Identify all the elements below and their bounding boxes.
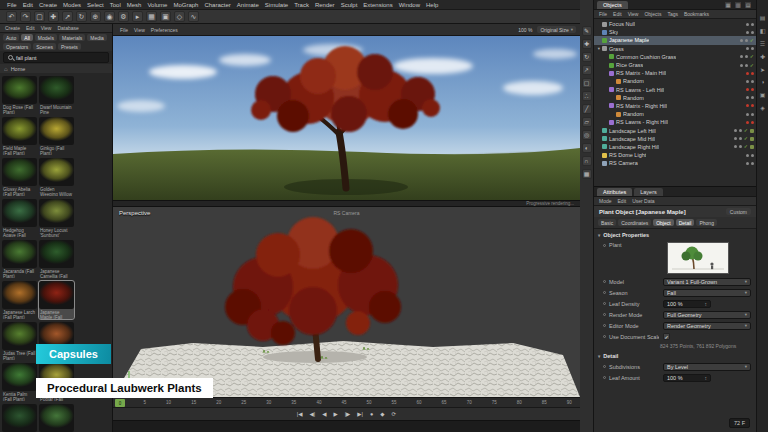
custom-button[interactable]: Custom [726, 208, 751, 215]
object-toggles[interactable]: ✓ [740, 38, 754, 43]
rotate-tool-icon[interactable]: ↻ [76, 11, 87, 22]
visibility-dot-editor[interactable] [746, 47, 749, 50]
timeline-ruler[interactable]: 0 051015202530354045505560657075808590 [113, 397, 580, 407]
play-icon[interactable]: ▸ [132, 11, 143, 22]
attr-menu-mode[interactable]: Mode [596, 198, 615, 204]
visibility-dot-editor[interactable] [734, 145, 737, 148]
visibility-dot-render[interactable] [751, 96, 754, 99]
subdivisions-dropdown[interactable]: By Level▾ [663, 363, 751, 371]
object-toggles[interactable] [746, 104, 754, 107]
enabled-check-icon[interactable]: ✓ [744, 136, 748, 141]
asset-menu-edit[interactable]: Edit [23, 25, 38, 31]
object-toggles[interactable] [746, 96, 754, 99]
fields-icon[interactable]: ▣ [160, 11, 171, 22]
tab-objects[interactable]: Objects [597, 1, 628, 9]
object-row[interactable]: Landscape Right Hill✓ [594, 143, 756, 151]
objects-menu-objects[interactable]: Objects [641, 11, 664, 17]
keyframe-dot[interactable] [603, 280, 606, 283]
visibility-dot-render[interactable] [751, 23, 754, 26]
visibility-dot-editor[interactable] [740, 55, 743, 58]
prev-key-icon[interactable]: ◀| [310, 411, 316, 417]
solo-mode-icon[interactable]: ◐ [582, 143, 592, 153]
scale-tool-icon[interactable]: ↗ [582, 65, 592, 75]
visibility-dot-editor[interactable] [746, 31, 749, 34]
tab-attributes[interactable]: Attributes [597, 188, 632, 196]
keyframe-dot[interactable] [603, 365, 606, 368]
render-viewport[interactable] [113, 36, 580, 200]
objects-menu-tags[interactable]: Tags [664, 11, 681, 17]
menu-mograph[interactable]: MoGraph [170, 2, 201, 8]
points-mode-icon[interactable]: ∴ [582, 91, 592, 101]
record-icon[interactable]: ● [370, 411, 373, 417]
visibility-dot-editor[interactable] [746, 162, 749, 165]
object-toggles[interactable]: ✓ [740, 63, 754, 68]
renderview-menu-preferences[interactable]: Preferences [148, 27, 181, 33]
leaf-amount-input[interactable]: 100 %↕ [663, 374, 711, 382]
object-row[interactable]: Japanese Maple✓ [594, 36, 756, 44]
menu-modes[interactable]: Modes [60, 2, 84, 8]
filter-presets[interactable]: Presets [58, 43, 81, 50]
keyframe-dot[interactable] [603, 302, 606, 305]
menu-character[interactable]: Character [201, 2, 233, 8]
asset-item[interactable]: Dwarf Mountain Pine [39, 76, 74, 114]
enabled-check-icon[interactable]: ✓ [744, 144, 748, 149]
visibility-dot-render[interactable] [751, 47, 754, 50]
object-row[interactable]: Focus Null [594, 20, 756, 28]
pen-tool-icon[interactable]: ✎ [582, 26, 592, 36]
asset-item[interactable]: Golden Weeping Willow [39, 158, 74, 196]
objects-menu-bookmarks[interactable]: Bookmarks [681, 11, 712, 17]
snap-icon[interactable]: ∩ [582, 156, 592, 166]
clock-icon[interactable]: ◑ [761, 79, 765, 85]
picker-icon[interactable]: ➤ [760, 66, 765, 73]
scale-tool-icon[interactable]: ↗ [62, 11, 73, 22]
asset-menu-view[interactable]: View [38, 25, 55, 31]
attr-tab-phong[interactable]: Phong [696, 219, 716, 226]
menu-track[interactable]: Track [291, 2, 312, 8]
spline-icon[interactable]: ∿ [188, 11, 199, 22]
play-icon[interactable]: ▶ [333, 411, 337, 417]
object-toggles[interactable] [746, 162, 754, 165]
undo-icon[interactable]: ↶ [6, 11, 17, 22]
search-input[interactable]: fall plant [16, 55, 37, 61]
layout-3-icon[interactable]: ▤ [744, 1, 752, 9]
jump-start-icon[interactable]: |◀ [297, 411, 303, 417]
visibility-dot-render[interactable] [739, 129, 742, 132]
grid-icon[interactable]: ▦ [582, 169, 592, 179]
renderview-menu-view[interactable]: View [131, 27, 148, 33]
size-mode-dropdown[interactable]: Original Size ▾ [537, 26, 576, 33]
asset-item[interactable]: Japanese Maple (Fall Plant) [39, 281, 74, 319]
object-row[interactable]: Random [594, 110, 756, 118]
leaf-density-input[interactable]: 100 %↕ [663, 300, 711, 308]
object-row[interactable]: Common Cushion Grass✓ [594, 53, 756, 61]
object-row[interactable]: RS Lawns - Right Hill [594, 118, 756, 126]
object-toggles[interactable] [746, 154, 754, 157]
object-row[interactable]: Landscape Mid Hill✓ [594, 135, 756, 143]
menu-sculpt[interactable]: Sculpt [338, 2, 361, 8]
visibility-dot-render[interactable] [751, 72, 754, 75]
jump-end-icon[interactable]: ▶| [357, 411, 363, 417]
asset-item[interactable]: Kentia Palm (Fall Plant) [2, 363, 37, 401]
enabled-check-icon[interactable]: ✓ [750, 38, 754, 43]
visibility-dot-editor[interactable] [746, 113, 749, 116]
attr-tab-detail[interactable]: Detail [676, 219, 695, 226]
season-dropdown[interactable]: Fall▾ [663, 289, 751, 297]
move-tool-icon[interactable]: ✚ [582, 39, 592, 49]
visibility-dot-editor[interactable] [746, 104, 749, 107]
enabled-check-icon[interactable]: ✓ [744, 128, 748, 133]
objects-menu-view[interactable]: View [625, 11, 642, 17]
attr-tab-basic[interactable]: Basic [598, 219, 616, 226]
menu-select[interactable]: Select [84, 2, 107, 8]
structure-icon[interactable]: ☰ [760, 40, 765, 47]
material-tag-icon[interactable] [750, 137, 754, 141]
visibility-dot-render[interactable] [751, 113, 754, 116]
asset-menu-create[interactable]: Create [2, 25, 23, 31]
filter-models[interactable]: Models [35, 34, 57, 41]
render-settings-icon[interactable]: ⚙ [118, 11, 129, 22]
visibility-dot-editor[interactable] [734, 137, 737, 140]
visibility-dot-render[interactable] [751, 80, 754, 83]
asset-item[interactable]: Field Maple (Fall Plant) [2, 117, 37, 155]
object-row[interactable]: RS Matrix - Main Hill [594, 69, 756, 77]
tab-layers[interactable]: Layers [634, 188, 663, 196]
material-tag-icon[interactable] [750, 129, 754, 133]
coordinates-icon[interactable]: ◧ [760, 27, 766, 34]
